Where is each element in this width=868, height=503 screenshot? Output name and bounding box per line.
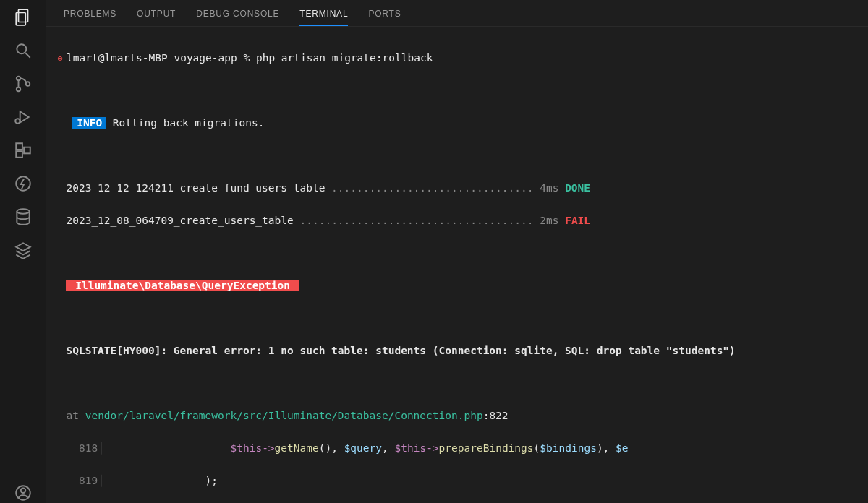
code-lineno: 818 [79, 442, 98, 454]
error-gutter-icon: ⊗ [54, 52, 67, 66]
thunder-icon[interactable] [13, 173, 33, 194]
svg-line-3 [25, 53, 30, 58]
source-control-icon[interactable] [13, 74, 33, 94]
panel-area: PROBLEMS OUTPUT DEBUG CONSOLE TERMINAL P… [46, 0, 868, 503]
prompt-symbol: % [243, 52, 250, 64]
trace-file: vendor/laravel/framework/src/Illuminate/… [85, 410, 483, 421]
info-badge: INFO [72, 117, 106, 129]
svg-rect-9 [16, 143, 22, 150]
svg-point-5 [17, 87, 20, 91]
tab-terminal[interactable]: TERMINAL [299, 0, 348, 26]
terminal-output[interactable]: ⊗lmart@lmarts-MBP voyage-app % php artis… [46, 27, 868, 503]
svg-rect-10 [16, 151, 22, 158]
extensions-icon[interactable] [13, 140, 33, 160]
search-icon[interactable] [13, 40, 33, 61]
svg-rect-1 [16, 13, 25, 25]
prompt-dir: voyage-app [174, 52, 237, 64]
migration-row: 2023_12_12_124211_create_fund_users_tabl… [54, 180, 858, 196]
svg-point-12 [16, 176, 30, 191]
svg-rect-0 [19, 9, 28, 22]
svg-point-4 [17, 77, 20, 80]
svg-point-8 [15, 119, 20, 124]
exception-badge: Illuminate\Database\QueryException [66, 280, 299, 291]
account-icon[interactable] [13, 483, 33, 503]
tab-ports[interactable]: PORTS [368, 0, 401, 26]
status-done: DONE [565, 182, 590, 194]
svg-rect-11 [24, 147, 30, 154]
svg-point-6 [26, 82, 30, 85]
svg-point-13 [17, 209, 29, 214]
tab-output[interactable]: OUTPUT [137, 0, 176, 26]
debug-icon[interactable] [13, 107, 33, 127]
code-lineno: 819 [79, 475, 98, 486]
tab-debug-console[interactable]: DEBUG CONSOLE [196, 0, 279, 26]
trace-at: at [66, 410, 85, 421]
trace-line: :822 [483, 410, 509, 421]
tab-problems[interactable]: PROBLEMS [64, 0, 116, 26]
panel-tabs: PROBLEMS OUTPUT DEBUG CONSOLE TERMINAL P… [46, 0, 868, 27]
error-message: SQLSTATE[HY000]: General error: 1 no suc… [66, 345, 735, 356]
svg-point-16 [21, 489, 26, 494]
svg-marker-14 [16, 243, 30, 251]
activity-bar [0, 0, 46, 503]
explorer-icon[interactable] [13, 7, 33, 27]
prompt-user-host: lmart@lmarts-MBP [67, 52, 168, 64]
status-fail: FAIL [565, 215, 590, 226]
info-message: Rolling back migrations. [113, 117, 265, 129]
migration-row: 2023_12_08_064709_create_users_table ...… [54, 212, 858, 228]
prompt-command: php artisan migrate:rollback [256, 52, 433, 64]
svg-point-2 [17, 44, 26, 53]
database-icon[interactable] [13, 207, 33, 227]
svg-marker-7 [20, 111, 29, 122]
layers-icon[interactable] [13, 240, 33, 260]
